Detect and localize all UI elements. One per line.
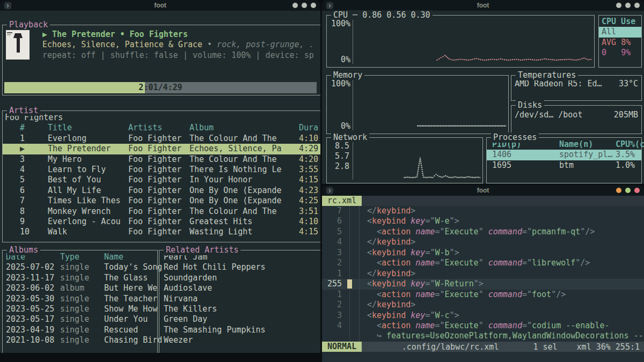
track-row[interactable]: 5Best of YouFoo FighterIn Your Honor4:15 [3, 175, 320, 185]
maximize-button[interactable] [302, 3, 307, 8]
col-artists: Artists [128, 123, 189, 133]
file-path: .config/labwc/rc.xml [402, 342, 499, 352]
editor-titlebar[interactable]: ❯ foot [322, 185, 644, 196]
related-artist-item[interactable]: Soundgarden [164, 273, 320, 283]
artist-panel: Artist Foo Fighters # Title Artists Albu… [2, 110, 320, 242]
track-row[interactable]: 8Monkey WrenchFoo FighterThe Colour And … [3, 206, 320, 217]
album-row[interactable]: 2023-05-30singleThe Teacher [3, 294, 157, 304]
related-artist-item[interactable]: Red Hot Chili Peppers [164, 262, 320, 272]
artist-name: Foo Fighters [3, 113, 320, 123]
album-row[interactable]: 2025-07-02singleToday's Song [3, 262, 157, 272]
col-title: Title [48, 123, 128, 133]
statusline: NORMAL .config/labwc/rc.xml 1 sel xml 36… [322, 342, 644, 352]
code-line[interactable]: 3<keybind key="W-b"> [322, 248, 644, 258]
playback-panel-title: Playback [7, 20, 50, 30]
album-row[interactable]: 2023-04-19singleRescued [3, 325, 157, 335]
code-line[interactable]: 1<action name="Execute" command="foot"/> [322, 290, 644, 300]
process-row[interactable]: 1695btm1.0% [487, 160, 641, 171]
col-num: # [3, 123, 48, 133]
code-line[interactable]: 2</keybind> [322, 300, 644, 310]
player-titlebar[interactable]: ❯ foot [0, 0, 320, 11]
code-line[interactable]: 4</keybind> [322, 237, 644, 247]
line-number [322, 331, 347, 341]
line-number: 255 [322, 279, 347, 289]
editor-content: rc.xml 7</keybind>6<keybind key="W-e">5<… [322, 196, 644, 362]
line-number: 3 [322, 248, 347, 258]
code-line[interactable]: 1</keybind> [322, 269, 644, 279]
album-row[interactable]: 2023-06-02albumBut Here We [3, 283, 157, 293]
cpu-use-all[interactable]: All [599, 27, 641, 37]
cpu-use-avg: AVG 8% [599, 38, 641, 48]
playback-options: repeat: off | shuffle: false | volume: 1… [42, 50, 314, 61]
player-window: ❯ foot Playback ▶ The Pretender • Foo Fi… [0, 0, 320, 353]
temperatures-panel: Temperatures AMD Radeon R5: Ed… 33°C [511, 75, 642, 101]
track-row[interactable]: 10WalkFoo FighterWasting Light4:15 [3, 227, 320, 237]
close-button[interactable] [634, 188, 640, 193]
maximize-button[interactable] [625, 3, 631, 8]
related-artist-item[interactable]: Nirvana [164, 294, 320, 304]
cpu-axis [353, 20, 353, 64]
related-artists-list: Pearl JamRed Hot Chili PeppersSoundgarde… [159, 252, 320, 346]
close-button[interactable] [634, 3, 640, 8]
memory-panel: Memory 100% 0% [326, 75, 509, 134]
window-title: foot [0, 2, 320, 9]
playback-panel: Playback ▶ The Pretender • Foo Fighters … [2, 25, 320, 95]
related-artist-item[interactable]: The Smashing Pumpkins [164, 325, 320, 335]
code-line[interactable]: 255<keybind key="W-Return"> [322, 279, 644, 289]
album-row[interactable]: 2021-10-08singleChasing Bird [3, 335, 157, 345]
track-row[interactable]: 7Times Like ThesFoo FighterOne By One (E… [3, 196, 320, 206]
track-row[interactable]: 3My HeroFoo FighterThe Colour And The4:2… [3, 154, 320, 165]
disks-panel: Disks /dev/sd… /boot 205MB [511, 105, 642, 134]
now-playing-line: ▶ The Pretender • Foo Fighters [42, 29, 314, 40]
process-row[interactable]: 1406spotify_pl…3.5% [487, 150, 641, 160]
monitor-titlebar[interactable]: ❯ foot [322, 0, 644, 11]
track-row[interactable]: 9Everlong - AcouFoo FighterGreatest Hits… [3, 217, 320, 227]
code-line[interactable]: 6<keybind key="W-e"> [322, 216, 644, 226]
tab-rc-xml[interactable]: rc.xml [322, 196, 362, 206]
related-artist-item[interactable]: Green Day [164, 314, 320, 324]
code-area[interactable]: 7</keybind>6<keybind key="W-e">5<action … [322, 206, 644, 342]
album-row[interactable]: 2023-05-25singleShow Me How [3, 304, 157, 314]
disks-panel-title: Disks [516, 100, 544, 110]
disk-free: 205MB [614, 110, 638, 120]
progress-bar[interactable]: 2:01/4:29 [4, 82, 317, 93]
window-title: foot [322, 2, 644, 9]
temperatures-panel-title: Temperatures [516, 70, 578, 80]
minimize-button[interactable] [616, 188, 621, 193]
player-content: Playback ▶ The Pretender • Foo Fighters … [0, 11, 320, 353]
line-number: 3 [322, 311, 347, 321]
code-line[interactable]: 4<action name="Execute" command="codium … [322, 321, 644, 331]
related-artist-item[interactable]: Audioslave [164, 283, 320, 293]
disk-row: /dev/sd… /boot 205MB [511, 110, 641, 120]
progress-time: 2:01/4:29 [4, 82, 317, 93]
related-artist-item[interactable]: The Killers [164, 304, 320, 314]
track-row[interactable]: 1EverlongFoo FighterThe Colour And The4:… [3, 134, 320, 144]
track-row[interactable]: 6All My LifeFoo FighterOne By One (Expan… [3, 186, 320, 196]
monitor-window: ❯ foot CPU ─ 0.86 0.56 0.30 100% 0% CPU … [322, 0, 644, 184]
artist-panel-title: Artist [7, 106, 40, 116]
code-line[interactable]: 3<keybind key="W-c"> [322, 311, 644, 321]
editor-window: ❯ foot rc.xml 7</keybind>6<keybind key="… [322, 185, 644, 362]
minimize-button[interactable] [292, 3, 298, 8]
album-line: Echoes, Silence, Patience & Grace • rock… [42, 40, 314, 50]
network-tick-3: 2.8 [327, 161, 349, 172]
album-row[interactable]: 2023-11-17singleThe Glass [3, 273, 157, 283]
code-line[interactable]: 5<action name="Execute" command="pcmanfm… [322, 227, 644, 237]
line-number: 6 [322, 216, 347, 226]
col-duration: Dura [299, 123, 320, 133]
col-cpu[interactable]: CPU%(c)▼ [616, 139, 644, 150]
line-number: 2 [322, 258, 347, 268]
album-art [6, 30, 30, 60]
code-line[interactable]: ↪ features=UseOzonePlatform,WaylandWindo… [322, 331, 644, 341]
maximize-button[interactable] [625, 188, 631, 193]
line-number: 5 [322, 227, 347, 237]
code-line[interactable]: 7</keybind> [322, 206, 644, 216]
code-line[interactable]: 2<action name="Execute" command="librewo… [322, 258, 644, 268]
cpu-ymin: 0% [328, 55, 350, 65]
close-button[interactable] [311, 3, 316, 8]
track-row[interactable]: ▶The PretenderFoo FighterEchoes, Silence… [3, 144, 320, 154]
related-artist-item[interactable]: Weezer [164, 335, 320, 345]
album-row[interactable]: 2023-05-17singleUnder You [3, 314, 157, 324]
track-row[interactable]: 4Learn to FlyFoo FighterThere Is Nothing… [3, 165, 320, 175]
minimize-button[interactable] [616, 3, 621, 8]
